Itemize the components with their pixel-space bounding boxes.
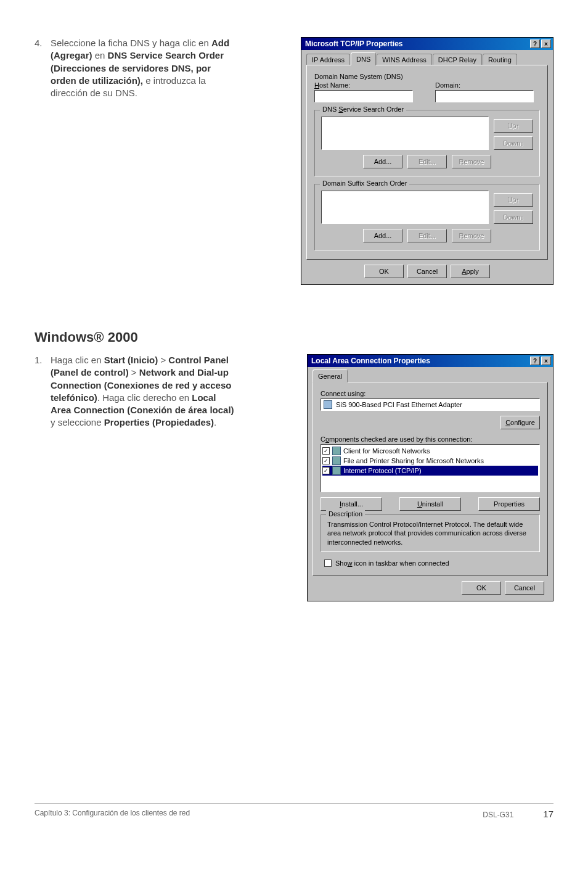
tcpip-help-button[interactable]: ? <box>530 39 540 48</box>
list-item-selected[interactable]: ✓ Internet Protocol (TCP/IP) <box>322 466 538 476</box>
lan-ok-button[interactable]: OK <box>462 581 501 595</box>
host-name-label: Host Name: <box>314 81 413 89</box>
components-label: Components checked are used by this conn… <box>321 435 540 443</box>
page-footer: Capítulo 3: Configuración de los cliente… <box>35 803 553 819</box>
domain-suffix-list[interactable] <box>321 191 489 224</box>
lan-tabs: General <box>312 371 548 382</box>
lan-title: Local Area Connection Properties <box>311 357 430 365</box>
lan-titlebar: Local Area Connection Properties ? × <box>308 355 553 367</box>
domain-suffix-add-button[interactable]: Add... <box>363 229 402 242</box>
domain-suffix-down-button[interactable]: Down↓ <box>494 210 533 224</box>
tcpip-close-button[interactable]: × <box>541 39 551 48</box>
dns-service-up-button[interactable]: Up↑ <box>494 119 533 133</box>
tcpip-apply-button[interactable]: Apply <box>451 265 490 278</box>
tab-dhcp-relay[interactable]: DHCP Relay <box>433 54 482 65</box>
domain-suffix-search-order-group: Domain Suffix Search Order Up↑ Down↓ Add… <box>314 184 540 250</box>
description-legend: Description <box>326 510 365 518</box>
tcpip-titlebar: Microsoft TCP/IP Properties ? × <box>301 38 553 50</box>
dns-service-edit-button[interactable]: Edit... <box>407 155 447 168</box>
footer-chapter: Capítulo 3: Configuración de los cliente… <box>35 809 190 819</box>
windows-2000-heading: Windows® 2000 <box>35 329 553 345</box>
components-list[interactable]: ✓ Client for Microsoft Networks ✓ File a… <box>321 444 540 492</box>
dns-service-search-order-group: DNS Service Search Order Up↑ Down↓ Add..… <box>314 110 540 176</box>
step4-mid1: en <box>92 50 108 60</box>
tab-ip-address[interactable]: IP Address <box>306 54 350 65</box>
dns-tab-pane: Domain Name System (DNS) Host Name: DDom… <box>306 65 548 260</box>
properties-button[interactable]: PProperties <box>478 497 540 511</box>
install-button[interactable]: Install... <box>321 497 382 511</box>
tcpip-title: Microsoft TCP/IP Properties <box>305 39 402 48</box>
show-icon-checkbox-row[interactable]: Show icon in taskbar when connected <box>324 559 540 567</box>
adapter-name: SiS 900-Based PCI Fast Ethernet Adapter <box>336 401 462 408</box>
uninstall-button[interactable]: Uninstall <box>399 497 461 511</box>
domain-suffix-remove-button[interactable]: Remove <box>452 229 491 242</box>
list-item[interactable]: ✓ Client for Microsoft Networks <box>322 446 538 456</box>
component-icon <box>332 466 341 475</box>
description-text: Transmission Control Protocol/Internet P… <box>327 520 533 547</box>
step1-text: 1. Haga clic en Start (Inicio) > Control… <box>35 354 238 601</box>
checkbox-icon[interactable]: ✓ <box>322 447 330 455</box>
domain-suffix-legend: Domain Suffix Search Order <box>320 179 409 187</box>
dns-service-legend: DNS Service Search Order <box>320 105 406 113</box>
lan-help-button[interactable]: ? <box>530 357 540 365</box>
tcpip-cancel-button[interactable]: Cancel <box>407 265 447 278</box>
description-group: Description Transmission Control Protoco… <box>321 514 540 552</box>
component-icon <box>332 447 341 455</box>
dns-service-down-button[interactable]: Down↓ <box>494 136 533 150</box>
show-icon-label: Show icon in taskbar when connected <box>335 559 449 567</box>
tab-general[interactable]: General <box>312 369 348 382</box>
dns-service-add-button[interactable]: Add... <box>363 155 402 168</box>
dns-service-list[interactable] <box>321 117 489 150</box>
tcpip-tabs: IP Address DNS WINS Address DHCP Relay R… <box>306 54 548 65</box>
tcpip-ok-button[interactable]: OK <box>364 265 404 278</box>
general-pane: Connect using: SiS 900-Based PCI Fast Et… <box>312 382 548 576</box>
lan-cancel-button[interactable]: Cancel <box>505 581 544 595</box>
adapter-field: SiS 900-Based PCI Fast Ethernet Adapter <box>321 398 540 411</box>
tab-routing[interactable]: Routing <box>483 54 517 65</box>
domain-label: DDomain:omain: <box>435 81 534 89</box>
step4-before: Seleccione la ficha DNS y haga clic en <box>51 38 211 48</box>
host-name-input[interactable] <box>314 90 413 102</box>
step4-text: 4. Seleccione la ficha DNS y haga clic e… <box>35 37 238 285</box>
footer-page-number: 17 <box>543 809 553 819</box>
dns-service-remove-button[interactable]: Remove <box>452 155 491 168</box>
domain-input[interactable] <box>435 90 534 102</box>
lan-close-button[interactable]: × <box>541 357 551 365</box>
show-icon-checkbox[interactable] <box>324 559 332 567</box>
tab-wins-address[interactable]: WINS Address <box>377 54 432 65</box>
adapter-icon <box>324 400 332 409</box>
domain-suffix-up-button[interactable]: Up↑ <box>494 193 533 207</box>
checkbox-icon[interactable]: ✓ <box>322 457 330 464</box>
step4-number: 4. <box>35 37 51 99</box>
component-icon <box>332 456 341 465</box>
list-item[interactable]: ✓ File and Printer Sharing for Microsoft… <box>322 456 538 466</box>
step1-number: 1. <box>35 354 51 429</box>
lan-properties-dialog: Local Area Connection Properties ? × Gen… <box>307 354 553 601</box>
dns-system-label: Domain Name System (DNS) <box>314 73 540 80</box>
checkbox-icon[interactable]: ✓ <box>322 467 330 474</box>
tab-dns[interactable]: DNS <box>351 52 376 65</box>
tcpip-properties-dialog: Microsoft TCP/IP Properties ? × IP Addre… <box>301 37 553 285</box>
configure-button[interactable]: Configure <box>500 416 540 429</box>
domain-suffix-edit-button[interactable]: Edit... <box>407 229 447 242</box>
connect-using-label: Connect using: <box>321 390 540 397</box>
footer-model: DSL-G31 <box>483 811 513 819</box>
